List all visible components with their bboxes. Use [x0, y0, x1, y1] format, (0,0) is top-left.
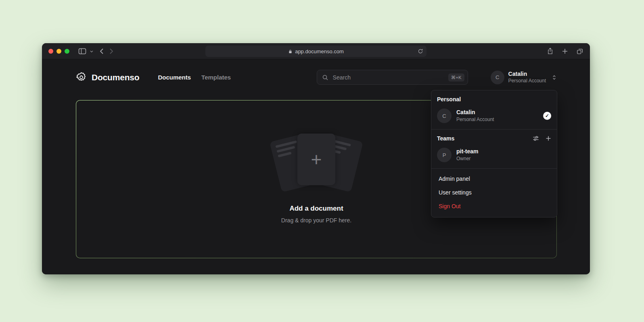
account-subtitle: Personal Account [508, 78, 546, 84]
tab-overview-icon[interactable] [576, 48, 583, 55]
app-page: Documenso Documents Templates ⌘+K C [42, 59, 590, 274]
browser-window: app.documenso.com [42, 43, 590, 274]
chevron-up-down-icon [552, 74, 557, 81]
brand-link[interactable]: Documenso [76, 72, 139, 83]
personal-subtitle: Personal Account [456, 117, 494, 123]
search-shortcut-badge: ⌘+K [448, 73, 464, 82]
teams-section-label: Teams [437, 135, 454, 142]
menu-item-user-settings[interactable]: User settings [435, 186, 553, 199]
team-avatar: P [437, 148, 452, 162]
forward-icon[interactable] [109, 48, 114, 54]
plus-icon: + [297, 134, 335, 185]
menu-divider [431, 129, 557, 130]
main-nav: Documents Templates [158, 74, 231, 81]
teams-section-row: Teams [435, 133, 553, 145]
menu-divider [431, 168, 557, 169]
zoom-window-button[interactable] [65, 49, 69, 54]
toolbar-right-icons [547, 47, 583, 55]
account-dropdown-menu: Personal C Catalin Personal Account ✓ Te… [431, 90, 557, 217]
search-bar: ⌘+K [317, 70, 468, 85]
share-icon[interactable] [547, 47, 554, 55]
app-header: Documenso Documents Templates ⌘+K C [42, 59, 590, 85]
account-menu-trigger[interactable]: C Catalin Personal Account [491, 71, 557, 84]
manage-teams-icon[interactable] [533, 135, 539, 142]
personal-texts: Catalin Personal Account [456, 109, 494, 123]
nav-templates[interactable]: Templates [201, 74, 231, 81]
document-card-center: + [297, 134, 335, 185]
menu-item-admin-panel[interactable]: Admin panel [435, 172, 553, 186]
close-window-button[interactable] [48, 49, 53, 54]
new-tab-icon[interactable] [562, 48, 568, 54]
menu-item-personal-account[interactable]: C Catalin Personal Account ✓ [435, 106, 553, 126]
browser-toolbar: app.documenso.com [42, 43, 590, 59]
sidebar-chevron-down-icon[interactable] [90, 50, 94, 53]
toolbar-left-icons [78, 48, 114, 55]
documents-illustration: + [270, 133, 363, 193]
reload-icon[interactable] [418, 48, 423, 54]
account-name: Catalin [508, 71, 546, 78]
dropzone-title: Add a document [289, 205, 343, 213]
documenso-logo-icon [76, 72, 87, 83]
selected-check-icon: ✓ [543, 112, 551, 120]
dropzone-subtitle: Drag & drop your PDF here. [281, 217, 351, 224]
menu-item-sign-out[interactable]: Sign Out [435, 199, 553, 213]
lock-icon [288, 49, 293, 54]
menu-item-team-pit-team[interactable]: P pit-team Owner [435, 145, 553, 165]
search-input[interactable] [332, 74, 445, 81]
account-texts: Catalin Personal Account [508, 71, 546, 84]
teams-section-icons [533, 135, 551, 142]
personal-avatar: C [437, 109, 452, 123]
traffic-lights [48, 49, 69, 54]
brand-name: Documenso [92, 73, 139, 82]
team-role: Owner [456, 156, 478, 162]
nav-documents[interactable]: Documents [158, 74, 191, 81]
back-icon[interactable] [99, 48, 104, 54]
personal-name: Catalin [456, 109, 494, 116]
sidebar-icon[interactable] [78, 48, 86, 55]
minimize-window-button[interactable] [56, 49, 61, 54]
address-bar[interactable]: app.documenso.com [205, 46, 427, 57]
search-icon [322, 74, 328, 81]
address-text: app.documenso.com [295, 48, 344, 54]
account-avatar: C [491, 71, 504, 84]
create-team-icon[interactable] [546, 136, 551, 141]
team-texts: pit-team Owner [456, 148, 478, 162]
team-name: pit-team [456, 148, 478, 155]
personal-section-label: Personal [435, 94, 553, 106]
